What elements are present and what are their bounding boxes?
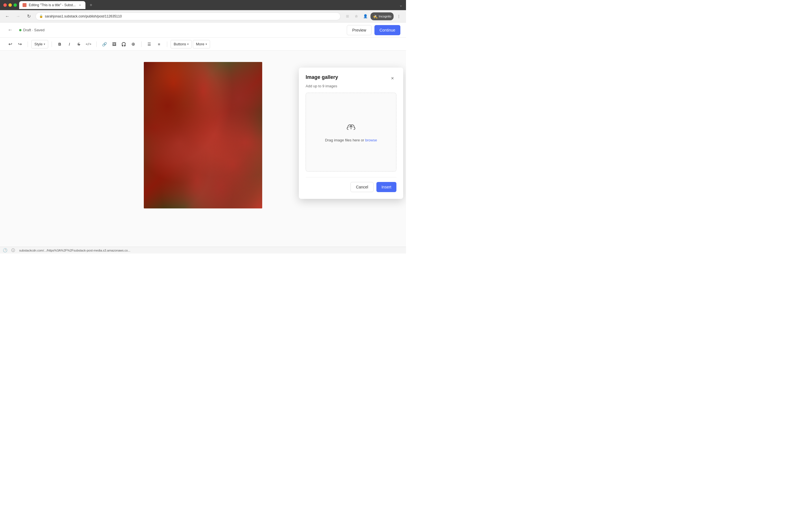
modal-header: Image gallery × [306, 74, 396, 82]
status-url: substackcdn.com/.../https%3A%2F%2Fsubsta… [19, 249, 130, 252]
incognito-icon: 🕵 [373, 14, 377, 18]
browser-toolbar-icons: ⊞ ☆ 👤 🕵 Incognito ⋮ [343, 12, 403, 20]
buttons-label: Buttons [174, 42, 186, 46]
modal-close-button[interactable]: × [389, 74, 396, 82]
toolbar-separator-3 [96, 41, 97, 47]
bold-button[interactable]: B [55, 40, 64, 49]
bullet-list-button[interactable]: ☰ [145, 40, 154, 49]
incognito-indicator[interactable]: 🕵 Incognito [370, 12, 394, 20]
formatting-group: B I S̶ </> [55, 40, 93, 49]
expand-tabs-icon: ⌄ [399, 3, 403, 7]
toolbar-separator-5 [167, 41, 167, 47]
style-label: Style [35, 42, 43, 46]
status-icons: 🕐 ⓘ [2, 247, 16, 253]
numbered-list-button[interactable]: ≡ [154, 40, 163, 49]
preview-button[interactable]: Preview [347, 25, 371, 35]
strikethrough-icon: S̶ [78, 42, 80, 47]
drop-text: Drag image files here or browse [325, 138, 377, 142]
undo-redo-group: ↩ ↪ [6, 40, 24, 49]
modal-title: Image gallery [306, 74, 338, 80]
embed-icon: ⊕ [132, 41, 135, 47]
image-icon: 🖼 [112, 42, 116, 47]
toolbar-separator-4 [141, 41, 142, 47]
draft-status: Draft · Saved [19, 28, 45, 32]
forward-navigation-button[interactable]: → [14, 12, 22, 20]
more-label: More [196, 42, 204, 46]
buttons-dropdown-arrow: ▾ [187, 43, 189, 46]
insert-button[interactable]: Insert [376, 182, 396, 192]
italic-icon: I [69, 42, 70, 47]
tab-title: Editing "This is a title" - Subst... [29, 3, 76, 7]
back-navigation-button[interactable]: ← [3, 12, 11, 20]
browser-menu-button[interactable]: ⋮ [395, 12, 403, 20]
tab-close-button[interactable]: × [78, 3, 82, 7]
audio-button[interactable]: 🎧 [119, 40, 128, 49]
url-text: sarahjonas1.substack.com/publish/post/11… [45, 14, 122, 18]
link-button[interactable]: 🔗 [100, 40, 109, 49]
history-icon: 🕐 [3, 248, 7, 252]
toolbar-separator-2 [52, 41, 52, 47]
address-field[interactable]: 🔒 sarahjonas1.substack.com/publish/post/… [36, 12, 341, 20]
info-icon: ⓘ [11, 248, 15, 253]
tab-favicon [22, 3, 27, 7]
header-actions: Preview Continue [347, 25, 400, 35]
italic-button[interactable]: I [65, 40, 74, 49]
upload-icon [346, 122, 356, 135]
close-window-button[interactable] [3, 3, 7, 7]
bold-icon: B [58, 42, 61, 47]
reload-button[interactable]: ↻ [25, 12, 33, 20]
browse-link[interactable]: browse [365, 138, 377, 142]
numbered-list-icon: ≡ [158, 42, 160, 47]
list-group: ☰ ≡ [145, 40, 163, 49]
window-controls [3, 3, 17, 7]
code-icon: </> [86, 42, 91, 46]
toolbar-separator-1 [28, 41, 28, 47]
continue-button[interactable]: Continue [374, 25, 400, 35]
more-dropdown-button[interactable]: More ▾ [193, 40, 210, 48]
drop-zone[interactable]: Drag image files here or browse [306, 93, 396, 172]
browser-chrome: Editing "This is a title" - Subst... × +… [0, 0, 406, 10]
cancel-button[interactable]: Cancel [350, 182, 373, 192]
style-group: Style ▾ [31, 40, 48, 48]
strikethrough-button[interactable]: S̶ [74, 40, 84, 49]
editor-header: ← Draft · Saved Preview Continue [0, 22, 406, 38]
code-button[interactable]: </> [84, 40, 93, 49]
image-gallery-modal: Image gallery × Add up to 9 images Drag … [299, 68, 403, 199]
status-text: Draft · Saved [23, 28, 45, 32]
buttons-dropdown-button[interactable]: Buttons ▾ [170, 40, 192, 48]
undo-button[interactable]: ↩ [6, 40, 15, 49]
image-button[interactable]: 🖼 [110, 40, 119, 49]
redo-button[interactable]: ↪ [15, 40, 24, 49]
style-dropdown-arrow: ▾ [44, 43, 45, 46]
editor-toolbar: ↩ ↪ Style ▾ B I S̶ </> 🔗 🖼 [0, 38, 406, 51]
lock-icon: 🔒 [39, 14, 43, 18]
style-dropdown-button[interactable]: Style ▾ [31, 40, 48, 48]
insert-group: 🔗 🖼 🎧 ⊕ [100, 40, 138, 49]
profile-menu-button[interactable]: 👤 [361, 12, 369, 20]
history-button[interactable]: 🕐 [2, 247, 8, 253]
new-tab-button[interactable]: + [88, 2, 94, 8]
cast-icon[interactable]: ⊞ [343, 12, 351, 20]
back-button[interactable]: ← [6, 25, 15, 35]
modal-footer: Cancel Insert [306, 177, 396, 192]
maximize-window-button[interactable] [13, 3, 17, 7]
status-bar: 🕐 ⓘ substackcdn.com/.../https%3A%2F%2Fsu… [0, 247, 406, 253]
status-dot [19, 29, 21, 31]
minimize-window-button[interactable] [8, 3, 12, 7]
more-dropdown-arrow: ▾ [206, 43, 207, 46]
bookmark-icon[interactable]: ☆ [352, 12, 360, 20]
flower-image [144, 62, 262, 209]
active-tab[interactable]: Editing "This is a title" - Subst... × [19, 1, 86, 9]
audio-icon: 🎧 [121, 42, 126, 47]
embed-button[interactable]: ⊕ [129, 40, 138, 49]
modal-subtitle: Add up to 9 images [306, 84, 396, 88]
link-icon: 🔗 [102, 42, 107, 47]
address-bar: ← → ↻ 🔒 sarahjonas1.substack.com/publish… [0, 10, 406, 22]
bullet-list-icon: ☰ [147, 42, 151, 47]
info-button[interactable]: ⓘ [10, 247, 16, 253]
